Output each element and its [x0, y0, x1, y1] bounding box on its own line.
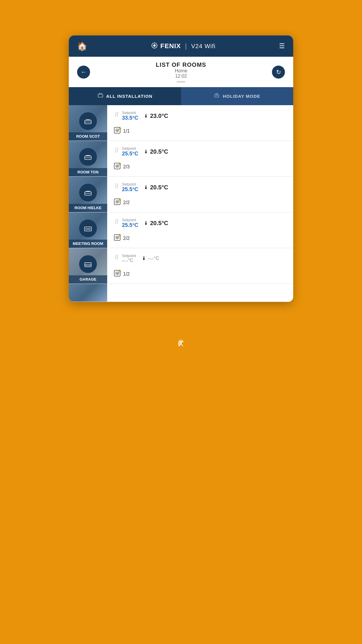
thermostat-wrap-meeting: ⚡ — [114, 234, 121, 243]
header: 🏠 FENIX | V24 Wifi ☰ — [69, 35, 293, 57]
setpoint-value-garage: --.-°C — [122, 258, 136, 263]
zone-count-garage: 1/2 — [123, 271, 130, 277]
temp-value-garage: --.-°C — [148, 256, 159, 261]
tab-holiday-mode[interactable]: HOLIDAY MODE — [181, 87, 293, 105]
svg-line-45 — [190, 353, 193, 355]
back-button[interactable]: ← — [77, 66, 90, 79]
room-item-ton[interactable]: ROOM TON Setpoint 25.5°C — [69, 141, 293, 177]
thermostat-wrap-hielke: ⚡ — [114, 198, 121, 207]
svg-text:F: F — [178, 340, 182, 347]
svg-point-28 — [117, 201, 118, 202]
setpoint-area-meeting: Setpoint 25.5°C — [114, 218, 138, 228]
room-icon-ton — [79, 148, 97, 166]
room-status-meeting: ⚡ 2/2 — [114, 234, 287, 243]
heat-icon-meeting — [114, 219, 120, 227]
zone-count-ton: 2/3 — [123, 164, 130, 170]
room-thumb-meeting: MEETING ROOM — [69, 212, 107, 248]
room-item-meeting[interactable]: MEETING ROOM Setpoint 25.5°C — [69, 212, 293, 248]
all-install-icon — [97, 92, 103, 100]
brand-name: FENIX — [160, 42, 181, 50]
temp-area-garage: 🌡 --.-°C — [141, 255, 159, 261]
temp-area-hielke: 🌡 20.5°C — [144, 184, 168, 191]
setpoint-area-hielke: Setpoint 25.5°C — [114, 182, 138, 193]
thermostat-wrap-garage: ⚡ — [114, 270, 121, 278]
svg-point-39 — [117, 273, 118, 274]
room-list: ROOM SCOT Setpoint 33.5°C — [69, 105, 293, 302]
tab-holiday-label: HOLIDAY MODE — [223, 94, 260, 99]
timestamp: 12:02 — [156, 74, 206, 79]
setpoint-value-hielke: 25.5°C — [122, 186, 138, 193]
tab-bar: ALL INSTALLATION HOLIDAY MODE — [69, 87, 293, 105]
setpoint-value-ton: 25.5°C — [122, 151, 138, 157]
room-status-hielke: ⚡ 2/2 — [114, 198, 287, 207]
room-item-hielke[interactable]: ROOM HIELKE Setpoint 25.5°C — [69, 177, 293, 212]
location-label: Home — [156, 68, 206, 74]
heat-icon-hielke — [114, 183, 120, 192]
zone-count-scot: 1/1 — [123, 129, 130, 134]
thermostat-icon-ton — [114, 164, 121, 171]
svg-point-30 — [86, 228, 87, 230]
home-icon[interactable]: 🏠 — [77, 41, 87, 51]
setpoint-label-hielke: Setpoint — [122, 182, 138, 186]
header-title: FENIX | V24 Wifi — [151, 42, 216, 51]
room-temps-garage: Setpoint --.-°C 🌡 --.-°C — [114, 253, 287, 263]
menu-icon[interactable]: ☰ — [279, 42, 285, 50]
room-info-ton: Setpoint 25.5°C 🌡 20.5°C ⚡ — [107, 141, 293, 176]
room-label-meeting: MEETING ROOM — [69, 240, 107, 248]
heat-icon-ton — [114, 147, 120, 156]
room-icon-scot — [79, 112, 97, 130]
svg-point-12 — [117, 130, 118, 131]
zone-count-hielke: 2/2 — [123, 200, 130, 205]
svg-point-1 — [153, 44, 156, 47]
heat-icon-scot — [114, 111, 120, 120]
svg-line-47 — [169, 353, 172, 355]
setpoint-label-scot: Setpoint — [122, 110, 138, 115]
room-label-hielke: ROOM HIELKE — [69, 204, 107, 212]
setpoint-label-meeting: Setpoint — [122, 218, 138, 222]
room-label-ton: ROOM TON — [69, 168, 107, 176]
room-label-garage: GARAGE — [69, 275, 107, 284]
room-info-partial — [107, 284, 293, 302]
svg-point-31 — [89, 228, 90, 230]
room-temps-meeting: Setpoint 25.5°C 🌡 20.5°C — [114, 218, 287, 228]
room-info-hielke: Setpoint 25.5°C 🌡 20.5°C ⚡ — [107, 177, 293, 212]
temp-value-meeting: 20.5°C — [150, 220, 168, 227]
setpoint-label-garage: Setpoint — [122, 253, 136, 258]
room-icon-hielke — [79, 184, 97, 201]
room-temps-hielke: Setpoint 25.5°C 🌡 20.5°C — [114, 182, 287, 193]
divider — [177, 81, 185, 82]
thermostat-wrap-ton: ⚡ — [114, 162, 121, 171]
sub-header-title: LIST OF ROOMS Home 12:02 — [156, 61, 206, 82]
room-icon-garage — [79, 255, 97, 273]
temp-icon-ton: 🌡 — [144, 149, 149, 155]
room-temps-scot: Setpoint 33.5°C 🌡 23.0°C — [114, 110, 287, 121]
temp-icon-meeting: 🌡 — [144, 220, 149, 226]
room-item-scot[interactable]: ROOM SCOT Setpoint 33.5°C — [69, 105, 293, 141]
svg-line-44 — [169, 331, 172, 334]
temp-icon-scot: 🌡 — [144, 113, 149, 119]
temp-area-meeting: 🌡 20.5°C — [144, 220, 168, 227]
room-status-garage: ⚡ 1/2 — [114, 270, 287, 278]
setpoint-area-ton: Setpoint 25.5°C — [114, 146, 138, 157]
svg-point-35 — [117, 237, 118, 238]
page-title: LIST OF ROOMS — [156, 61, 206, 68]
room-thumb-partial — [69, 284, 107, 302]
refresh-button[interactable]: ↻ — [272, 66, 285, 79]
zone-count-meeting: 2/2 — [123, 236, 130, 241]
thermostat-wrap-scot: ⚡ — [114, 127, 121, 135]
thermostat-icon-meeting — [114, 236, 121, 242]
svg-point-20 — [117, 165, 118, 167]
app-container: 🏠 FENIX | V24 Wifi ☰ ← LIST OF ROOMS — [69, 35, 293, 302]
temp-area-ton: 🌡 20.5°C — [144, 148, 168, 155]
fenix-logo: FENIX | V24 Wifi — [151, 42, 216, 51]
fenix-logo-icon — [151, 42, 158, 51]
room-icon-meeting — [79, 219, 97, 237]
room-item-partial[interactable] — [69, 284, 293, 302]
room-status-ton: ⚡ 2/3 — [114, 162, 287, 171]
room-item-garage[interactable]: GARAGE Setpoint --.-°C — [69, 248, 293, 284]
tab-all-installation[interactable]: ALL INSTALLATION — [69, 87, 181, 105]
thumb-bg-partial — [69, 284, 107, 302]
sub-header: ← LIST OF ROOMS Home 12:02 ↻ — [69, 57, 293, 87]
svg-rect-36 — [85, 263, 91, 267]
fenix-sun-logo: F — [163, 326, 199, 361]
